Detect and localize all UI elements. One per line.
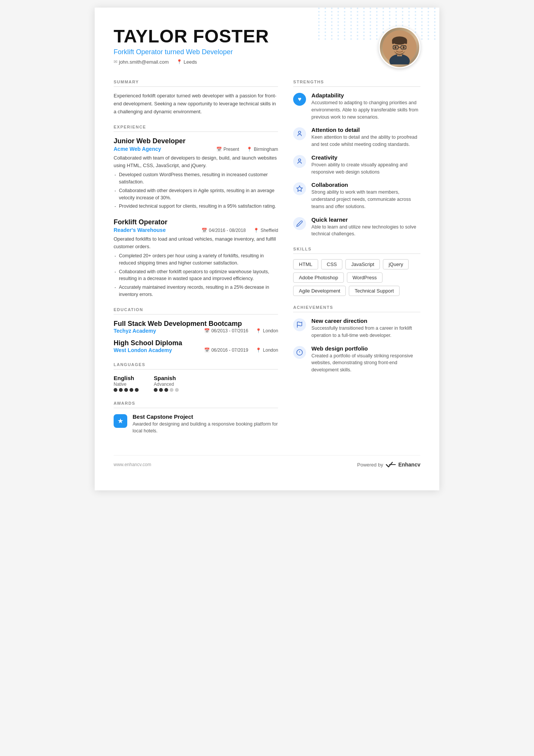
footer: www.enhancv.com Powered by Enhancv <box>114 455 420 468</box>
language-name-english: English <box>114 375 139 381</box>
bullet-2-3: Accurately maintained inventory records,… <box>114 284 278 298</box>
strength-collaboration-content: Collaboration Strong ability to work wit… <box>311 182 420 210</box>
edu-row-2: West London Academy 📅 06/2016 - 07/2019 … <box>114 347 278 353</box>
heart-icon-wrap: ♥ <box>293 93 306 106</box>
avatar <box>379 27 420 68</box>
job-date-1: 📅 Present <box>216 147 239 152</box>
job-meta-1: 📅 Present 📍 Birmingham <box>216 147 278 152</box>
dot-5 <box>135 388 139 392</box>
achievements-section: ACHIEVEMENTS New career direction Succes… <box>293 305 420 374</box>
candidate-title: Forklift Operator turned Web Developer <box>114 48 269 56</box>
education-title: EDUCATION <box>114 307 278 315</box>
strength-collaboration-title: Collaboration <box>311 182 420 188</box>
job-desc-2: Operated forklifts to load and unload ve… <box>114 235 278 250</box>
powered-by-text: Powered by <box>357 462 383 468</box>
achievement-portfolio-content: Web design portfolio Created a portfolio… <box>311 345 420 374</box>
quick-learner-icon-wrap <box>293 217 306 230</box>
strength-attention-title: Attention to detail <box>311 127 420 133</box>
footer-logo: Powered by Enhancv <box>357 462 420 468</box>
brand-name: Enhancv <box>398 462 420 468</box>
strength-attention: Attention to detail Keen attention to de… <box>293 127 420 148</box>
dot-4 <box>130 388 133 392</box>
experience-title: EXPERIENCE <box>114 125 278 132</box>
skill-html: HTML <box>293 259 318 269</box>
job-bullets-1: Developed custom WordPress themes, resul… <box>114 171 278 210</box>
skill-css: CSS <box>321 259 343 269</box>
edu-location-1: 📍 London <box>256 328 278 333</box>
strength-quick-learner-title: Quick learner <box>311 216 420 223</box>
award-title-1: Best Capstone Project <box>133 413 278 420</box>
contact-info: ✉ john.smith@email.com 📍 Leeds <box>114 59 269 65</box>
education-section: EDUCATION Full Stack Web Development Boo… <box>114 307 278 353</box>
dot-2 <box>119 388 123 392</box>
edu-meta-1: 📅 06/2013 - 07/2016 📍 London <box>204 328 278 333</box>
job-company-2: Reader's Warehouse <box>114 227 166 233</box>
languages-title: LANGUAGES <box>114 362 278 369</box>
bullet-1-2: Collaborated with other developers in Ag… <box>114 187 278 202</box>
bullet-2-1: Completed 20+ orders per hour using a va… <box>114 252 278 267</box>
achievement-career-content: New career direction Successfully transi… <box>311 318 420 339</box>
language-level-spanish: Advanced <box>154 382 179 387</box>
dot-s3 <box>164 388 168 392</box>
job-title-2: Forklift Operator <box>114 218 278 226</box>
edu-date-1: 📅 06/2013 - 07/2016 <box>204 328 248 333</box>
job-desc-1: Collaborated with team of developers to … <box>114 154 278 169</box>
edu-date-2: 📅 06/2016 - 07/2019 <box>204 347 248 353</box>
career-icon-wrap <box>293 318 306 331</box>
creativity-icon-wrap <box>293 155 306 168</box>
job-company-row-1: Acme Web Agency 📅 Present 📍 Birmingham <box>114 146 278 152</box>
strength-collaboration: Collaboration Strong ability to work wit… <box>293 182 420 210</box>
collaboration-icon-wrap <box>293 182 306 195</box>
strength-quick-learner-content: Quick learner Able to learn and utilize … <box>311 216 420 238</box>
pin-icon-1: 📍 <box>247 147 252 152</box>
svg-point-12 <box>298 131 301 134</box>
summary-text: Experienced forklift operator turned web… <box>114 92 278 116</box>
location-text: Leeds <box>184 59 197 65</box>
calendar-icon-2: 📅 <box>201 228 207 233</box>
pin-icon-2: 📍 <box>253 228 259 233</box>
skill-jquery: jQuery <box>383 259 409 269</box>
job-bullets-2: Completed 20+ orders per hour using a va… <box>114 252 278 298</box>
skills-grid: HTML CSS JavaScript jQuery Adobe Photosh… <box>293 259 420 296</box>
job-item-2: Forklift Operator Reader's Warehouse 📅 0… <box>114 218 278 298</box>
left-column: SUMMARY Experienced forklift operator tu… <box>114 80 278 444</box>
dot-3 <box>124 388 128 392</box>
achievement-career: New career direction Successfully transi… <box>293 318 420 339</box>
award-content-1: Best Capstone Project Awarded for design… <box>133 413 278 435</box>
skills-section: SKILLS HTML CSS JavaScript jQuery Adobe … <box>293 247 420 296</box>
job-meta-2: 📅 04/2016 - 08/2018 📍 Sheffield <box>201 228 278 233</box>
skill-agile: Agile Development <box>293 286 346 296</box>
location-icon: 📍 <box>176 59 182 64</box>
skill-wordpress: WordPress <box>347 272 383 283</box>
english-dots <box>114 388 139 392</box>
language-english: English Native <box>114 375 139 392</box>
strengths-section: STRENGTHS ♥ Adaptability Accustomed to a… <box>293 80 420 238</box>
dot-s2 <box>159 388 163 392</box>
calendar-icon-1: 📅 <box>216 147 222 152</box>
bullet-1-1: Developed custom WordPress themes, resul… <box>114 171 278 186</box>
strength-creativity-desc: Proven ability to create visually appeal… <box>311 161 420 176</box>
edu-degree-2: High School Diploma <box>114 339 278 347</box>
svg-point-10 <box>395 46 397 48</box>
awards-section: AWARDS ★ Best Capstone Project Awarded f… <box>114 401 278 435</box>
award-icon-1: ★ <box>114 414 127 428</box>
achievement-portfolio-desc: Created a portfolio of visually striking… <box>311 352 420 374</box>
svg-rect-5 <box>392 40 394 44</box>
enhancv-checkmark-icon <box>386 462 396 468</box>
language-level-english: Native <box>114 382 139 387</box>
job-location-1: 📍 Birmingham <box>247 147 278 152</box>
skill-photoshop: Adobe Photoshop <box>293 272 344 283</box>
edu-item-2: High School Diploma West London Academy … <box>114 339 278 353</box>
dot-s1 <box>154 388 158 392</box>
dot-s4 <box>170 388 173 392</box>
edu-school-1: Techyz Academy <box>114 328 156 334</box>
strength-collaboration-desc: Strong ability to work with team members… <box>311 189 420 210</box>
strength-attention-desc: Keen attention to detail and the ability… <box>311 134 420 148</box>
svg-rect-6 <box>405 40 407 44</box>
award-desc-1: Awarded for designing and building a res… <box>133 421 278 435</box>
svg-point-13 <box>298 159 301 161</box>
strength-creativity: Creativity Proven ability to create visu… <box>293 154 420 176</box>
spanish-dots <box>154 388 179 392</box>
languages-section: LANGUAGES English Native <box>114 362 278 392</box>
achievements-title: ACHIEVEMENTS <box>293 305 420 312</box>
